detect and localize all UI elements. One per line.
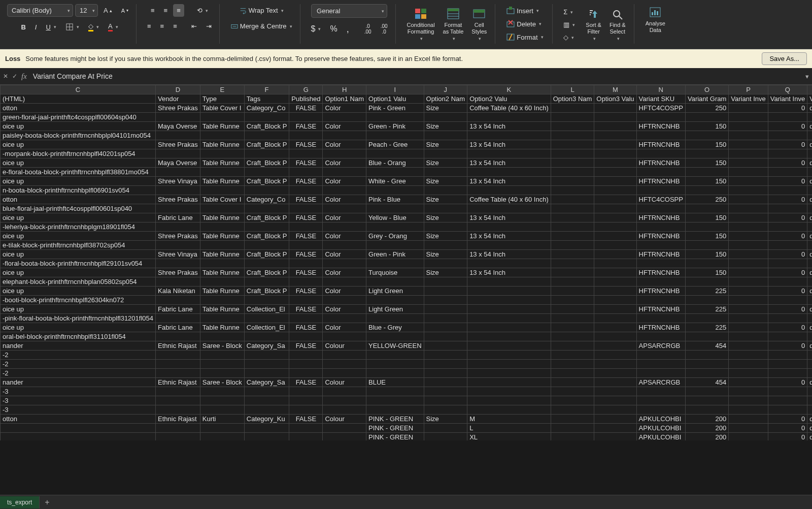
cell[interactable] [467,204,551,213]
cell[interactable]: -floral-boota-block-printhftrncnhbplfl29… [1,259,156,268]
cell[interactable]: deny [807,433,812,441]
cell[interactable] [366,387,424,396]
column-header[interactable]: I [366,85,424,94]
cell[interactable]: e-floral-boota-block-printhftrncnhbplfl3… [1,168,156,177]
cell[interactable] [594,277,636,287]
cell[interactable] [807,113,812,122]
cell[interactable] [594,131,636,140]
cell[interactable]: 0 [768,433,807,441]
cell[interactable]: Color [323,250,366,259]
cell[interactable] [594,424,636,433]
cell[interactable]: 13 x 54 Inch [467,158,551,168]
cell[interactable] [768,405,807,415]
cell[interactable]: Turquoise [366,268,424,277]
cell[interactable] [729,387,768,396]
number-format-select[interactable]: General [311,4,387,18]
cell[interactable] [323,241,366,250]
cell[interactable]: L [467,424,551,433]
cell[interactable] [807,296,812,305]
cell[interactable]: Craft_Block P [244,250,289,259]
cell[interactable] [289,396,323,405]
cell[interactable] [594,405,636,415]
cell[interactable] [156,277,200,287]
align-center-button[interactable]: ≡ [157,20,168,33]
cell[interactable]: oice up [1,268,156,277]
cell[interactable] [289,204,323,213]
cell[interactable]: FALSE [289,305,323,314]
cell[interactable] [289,186,323,195]
cell[interactable]: Category_Sa [244,378,289,387]
cell[interactable]: oice up [1,305,156,314]
cell[interactable] [636,113,685,122]
cell[interactable] [156,259,200,268]
accounting-format-button[interactable]: $ [308,22,325,36]
cell[interactable]: Size [424,213,467,222]
cell[interactable]: HFTC4COSPP [636,195,685,204]
cell[interactable]: Category_Co [244,195,289,204]
cell[interactable] [636,241,685,250]
cell[interactable] [244,277,289,287]
cell[interactable] [366,277,424,287]
cell[interactable] [768,387,807,396]
cell[interactable] [551,341,594,351]
cell[interactable]: Craft_Block P [244,268,289,277]
cell[interactable]: 13 x 54 Inch [467,122,551,131]
cell[interactable]: 150 [685,140,728,149]
align-left-button[interactable]: ≡ [144,20,155,33]
formula-input[interactable] [31,70,801,82]
cell[interactable]: Size [424,232,467,241]
cell[interactable] [467,378,551,387]
cell[interactable] [467,168,551,177]
cell[interactable] [323,332,366,341]
cell[interactable] [685,113,728,122]
cell[interactable] [244,186,289,195]
cell[interactable]: Shree Prakas [156,268,200,277]
cell[interactable] [551,241,594,250]
cell[interactable] [807,277,812,287]
cell[interactable] [729,122,768,131]
cell[interactable]: 250 [685,195,728,204]
cell[interactable]: 0 [768,268,807,277]
cell[interactable] [1,433,156,441]
cell[interactable] [768,332,807,341]
cell[interactable]: Color [323,140,366,149]
cell[interactable]: Color [323,323,366,332]
cell[interactable] [729,204,768,213]
cell[interactable] [200,296,244,305]
cell[interactable]: 13 x 54 Inch [467,232,551,241]
cell[interactable]: deny [807,232,812,241]
cell[interactable] [768,241,807,250]
cell[interactable] [424,277,467,287]
cell[interactable] [424,222,467,232]
cell[interactable]: nander [1,341,156,351]
cell[interactable]: 0 [768,140,807,149]
cell[interactable] [768,259,807,268]
cell[interactable]: Maya Overse [156,122,200,131]
cell[interactable] [200,259,244,268]
cell[interactable] [594,222,636,232]
cell[interactable] [551,204,594,213]
cell[interactable]: deny [807,268,812,277]
cell[interactable] [366,222,424,232]
cell[interactable]: BLUE [366,378,424,387]
cell[interactable] [467,314,551,323]
cell[interactable]: oral-bel-block-printhftrncnhbplfl31101fl… [1,332,156,341]
italic-button[interactable]: I [31,21,41,34]
cell[interactable] [200,186,244,195]
cell[interactable] [200,396,244,405]
cell[interactable] [685,277,728,287]
cell[interactable]: deny [807,378,812,387]
cell[interactable]: 0 [768,323,807,332]
cell[interactable]: oice up [1,287,156,296]
cell[interactable]: -3 [1,396,156,405]
cell[interactable] [323,131,366,140]
cell[interactable] [551,149,594,158]
cell[interactable] [685,314,728,323]
cell[interactable] [323,360,366,369]
cell[interactable] [467,305,551,314]
cell[interactable] [424,323,467,332]
cell[interactable] [323,186,366,195]
cell[interactable]: Green - Pink [366,122,424,131]
conditional-formatting-button[interactable]: Conditional Formatting [403,6,439,44]
cell[interactable] [729,396,768,405]
